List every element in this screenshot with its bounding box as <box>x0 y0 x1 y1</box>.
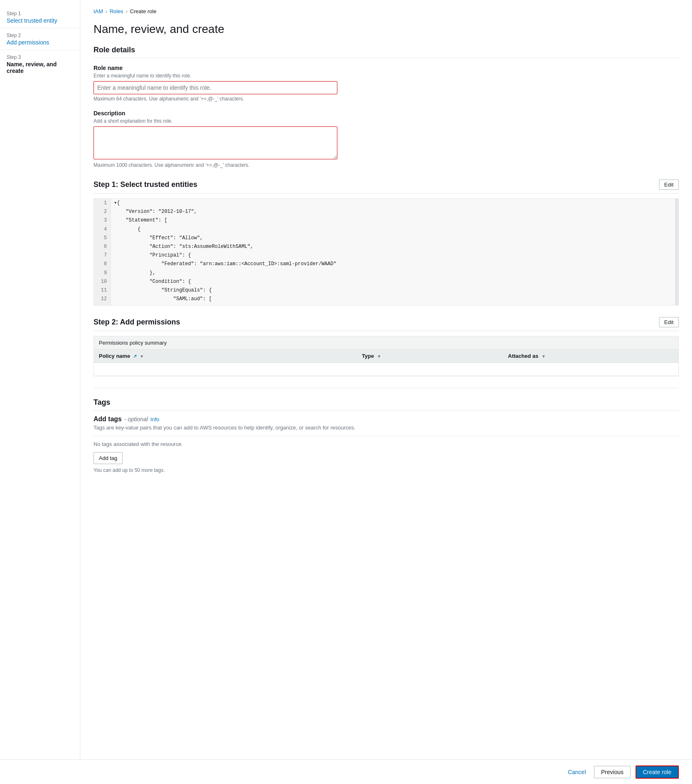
role-details-section: Role details Role name Enter a meaningfu… <box>94 46 679 168</box>
json-line-row: 8 "Federated": "arn:aws:iam::<Account_ID… <box>94 260 678 268</box>
add-tag-hint: You can add up to 50 more tags. <box>94 467 679 473</box>
tags-description: Tags are key-value pairs that you can ad… <box>94 425 679 431</box>
json-line-number: 7 <box>94 251 110 260</box>
permissions-box: Permissions policy summary Policy name ↗… <box>94 336 679 376</box>
json-line-number: 5 <box>94 234 110 243</box>
json-line-content: }, <box>110 269 678 278</box>
json-line-row: 9 }, <box>94 269 678 278</box>
page-title: Name, review, and create <box>94 23 679 36</box>
step2-review-title: Step 2: Add permissions <box>94 318 180 327</box>
json-line-row: 6 "Action": "sts:AssumeRoleWithSAML", <box>94 243 678 251</box>
footer-bar: Cancel Previous Create role <box>0 759 692 784</box>
step2-number: Step 2 <box>7 33 73 38</box>
json-line-content: "https://signin.aws.amazon.com/saml" <box>110 303 678 306</box>
create-role-button[interactable]: Create role <box>636 765 679 779</box>
tags-title: Tags <box>94 398 679 411</box>
breadcrumb-sep1: › <box>105 9 107 14</box>
json-line-content: "Effect": "Allow", <box>110 234 678 243</box>
external-link-icon: ↗ <box>133 354 137 359</box>
json-line-content: "SAML:aud": [ <box>110 295 678 303</box>
add-tags-label: Add tags <box>94 415 122 423</box>
json-line-row: 2 "Version": "2012-10-17", <box>94 208 678 216</box>
cancel-button[interactable]: Cancel <box>565 766 589 778</box>
json-line-number: 1 <box>94 199 110 208</box>
json-policy-block: 1▾{2 "Version": "2012-10-17",3 "Statemen… <box>94 198 679 306</box>
description-max-hint: Maximum 1000 characters. Use alphanumeri… <box>94 162 679 168</box>
json-line-content: "StringEquals": { <box>110 286 678 295</box>
breadcrumb-iam[interactable]: IAM <box>94 8 103 14</box>
json-line-row: 10 "Condition": { <box>94 278 678 286</box>
json-line-content: "Statement": [ <box>110 216 678 225</box>
step1-edit-button[interactable]: Edit <box>659 180 679 190</box>
json-line-row: 11 "StringEquals": { <box>94 286 678 295</box>
role-name-max-hint: Maximum 64 characters. Use alphanumeric … <box>94 96 679 102</box>
role-name-group: Role name Enter a meaningful name to ide… <box>94 65 679 102</box>
breadcrumb-current: Create role <box>130 8 156 14</box>
sidebar-item-select-trusted-entity[interactable]: Select trusted entity <box>7 17 57 24</box>
main-content: IAM › Roles › Create role Name, review, … <box>80 0 692 784</box>
sort-icon-policy[interactable]: ▼ <box>140 354 144 359</box>
json-scrollbar[interactable] <box>675 199 678 305</box>
json-line-content: { <box>110 225 678 234</box>
step3-number: Step 3 <box>7 54 73 60</box>
json-line-number: 9 <box>94 269 110 278</box>
step1-review-header: Step 1: Select trusted entities Edit <box>94 180 679 194</box>
json-line-content: "Version": "2012-10-17", <box>110 208 678 216</box>
json-line-row: 5 "Effect": "Allow", <box>94 234 678 243</box>
step2-edit-button[interactable]: Edit <box>659 317 679 327</box>
json-line-number: 4 <box>94 225 110 234</box>
breadcrumb: IAM › Roles › Create role <box>94 8 679 14</box>
col-policy-name: Policy name ↗ ▼ <box>94 350 357 363</box>
json-line-row: 4 { <box>94 225 678 234</box>
step1-review-section: Step 1: Select trusted entities Edit 1▾{… <box>94 180 679 306</box>
tags-divider <box>94 436 679 436</box>
sidebar-item-add-permissions[interactable]: Add permissions <box>7 39 49 46</box>
json-line-number: 11 <box>94 286 110 295</box>
add-tag-button[interactable]: Add tag <box>94 452 123 464</box>
description-input[interactable] <box>94 126 337 159</box>
sidebar: Step 1 Select trusted entity Step 2 Add … <box>0 0 80 784</box>
sidebar-step2: Step 2 Add permissions <box>0 28 80 50</box>
divider <box>94 388 679 388</box>
tags-section: Tags Add tags - optional Info Tags are k… <box>94 398 679 473</box>
col-attached-as: Attached as ▼ <box>503 350 678 363</box>
description-hint: Add a short explanation for this role. <box>94 118 679 124</box>
description-label: Description <box>94 110 679 117</box>
role-name-hint: Enter a meaningful name to identify this… <box>94 73 679 79</box>
step1-number: Step 1 <box>7 11 73 16</box>
json-line-content: "Principal": { <box>110 251 678 260</box>
json-line-row: 12 "SAML:aud": [ <box>94 295 678 303</box>
sort-icon-attached[interactable]: ▼ <box>542 354 546 359</box>
previous-button[interactable]: Previous <box>594 766 630 778</box>
step2-review-header: Step 2: Add permissions Edit <box>94 317 679 331</box>
sidebar-step1: Step 1 Select trusted entity <box>0 7 80 28</box>
json-line-content: "Condition": { <box>110 278 678 286</box>
json-line-row: 13 "https://signin.aws.amazon.com/saml" <box>94 303 678 306</box>
json-line-content: ▾{ <box>110 199 678 208</box>
role-name-input[interactable] <box>94 81 337 94</box>
json-line-number: 3 <box>94 216 110 225</box>
json-line-content: "Action": "sts:AssumeRoleWithSAML", <box>110 243 678 251</box>
optional-label: - optional <box>124 416 148 422</box>
step2-review-section: Step 2: Add permissions Edit Permissions… <box>94 317 679 376</box>
permissions-empty-row <box>94 363 678 376</box>
permissions-table: Policy name ↗ ▼ Type ▼ Attached as ▼ <box>94 350 678 376</box>
permissions-table-header-row: Policy name ↗ ▼ Type ▼ Attached as ▼ <box>94 350 678 363</box>
add-tags-row: Add tags - optional Info <box>94 415 679 423</box>
info-link[interactable]: Info <box>150 416 159 422</box>
sort-icon-type[interactable]: ▼ <box>377 354 381 359</box>
breadcrumb-sep2: › <box>126 9 127 14</box>
breadcrumb-roles[interactable]: Roles <box>110 8 123 14</box>
json-line-content: "Federated": "arn:aws:iam::<Account_ID>:… <box>110 260 678 268</box>
json-line-number: 13 <box>94 303 110 306</box>
step1-review-title: Step 1: Select trusted entities <box>94 180 197 189</box>
json-line-number: 2 <box>94 208 110 216</box>
col-type: Type ▼ <box>357 350 503 363</box>
json-table: 1▾{2 "Version": "2012-10-17",3 "Statemen… <box>94 199 678 306</box>
permissions-summary-header: Permissions policy summary <box>94 336 678 350</box>
role-details-title: Role details <box>94 46 679 58</box>
no-tags-text: No tags associated with the resource. <box>94 441 679 447</box>
json-line-number: 12 <box>94 295 110 303</box>
json-line-row: 1▾{ <box>94 199 678 208</box>
json-line-row: 3 "Statement": [ <box>94 216 678 225</box>
